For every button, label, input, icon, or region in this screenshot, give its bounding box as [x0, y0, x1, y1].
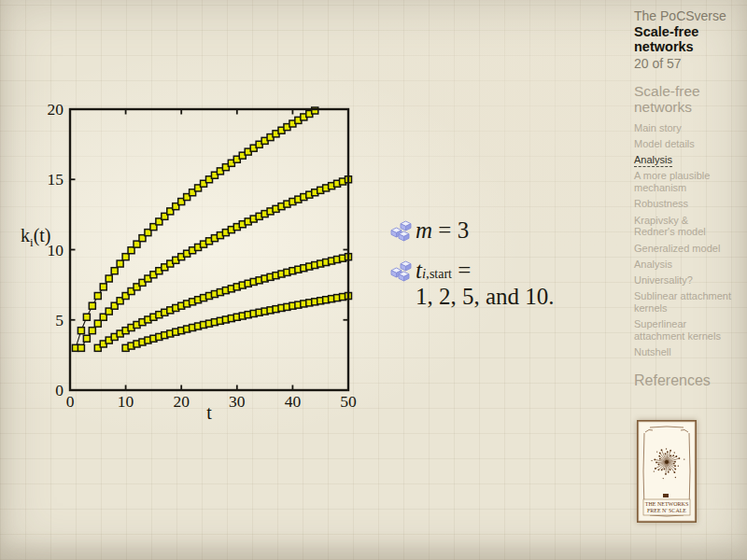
sidebar-item-a-more-plausible-mechanism[interactable]: A more plausible mechanism	[634, 170, 731, 194]
sidebar-item-robustness[interactable]: Robustness	[634, 198, 731, 210]
bullet-text-m: m = 3	[416, 217, 469, 244]
svg-text:30: 30	[229, 392, 246, 411]
sidebar-item-analysis[interactable]: Analysis	[634, 154, 731, 166]
cubes-bullet-icon	[389, 220, 416, 243]
page-indicator: 20 of 57	[634, 56, 741, 71]
svg-text:15: 15	[48, 170, 64, 189]
svg-text:20: 20	[173, 392, 190, 411]
svg-text:0: 0	[66, 392, 75, 411]
sidebar-nav: Main storyModel detailsAnalysisA more pl…	[634, 122, 741, 359]
svg-text:20: 20	[48, 100, 64, 119]
deck-title: Scale-free networks	[634, 24, 718, 54]
sidebar-item-references[interactable]: References	[634, 372, 741, 389]
bullet-item-m: m = 3	[389, 217, 632, 244]
sidebar-item-superlinear-attachment-kernels[interactable]: Superlinear attachment kernels	[634, 318, 731, 343]
x-axis-label: t	[194, 402, 224, 424]
sidebar-item-analysis[interactable]: Analysis	[634, 259, 731, 271]
sidebar-item-nutshell[interactable]: Nutshell	[634, 346, 731, 358]
sidebar-item-sublinear-attachment-kernels[interactable]: Sublinear attachment kernels	[634, 290, 731, 315]
y-axis-label: ki(t)	[21, 225, 51, 250]
poster-thumbnail[interactable]: THE NETWORKS FREE N' SCALE	[637, 420, 697, 523]
sidebar-section-title[interactable]: Scale-free networks	[634, 83, 720, 115]
poster-caption-line1: THE NETWORKS	[645, 501, 689, 507]
poster-figure	[663, 494, 669, 497]
poster-caption-line2: FREE N' SCALE	[647, 508, 686, 513]
sidebar-item-krapivsky-redner-s-model[interactable]: Krapivsky & Redner's model	[634, 215, 731, 239]
slide: 0102030405005101520 ki(t) t m = 3 ti,sta…	[0, 0, 747, 560]
svg-text:50: 50	[340, 392, 357, 411]
sidebar-item-generalized-model[interactable]: Generalized model	[634, 243, 731, 255]
svg-text:10: 10	[118, 392, 134, 411]
svg-text:0: 0	[55, 381, 63, 399]
bullet-list: m = 3 ti,start = 1, 2, 5, and 10.	[389, 217, 632, 324]
svg-text:40: 40	[285, 392, 302, 411]
sidebar-item-model-details[interactable]: Model details	[634, 138, 731, 150]
sidebar-item-universality[interactable]: Universality?	[634, 274, 731, 287]
cubes-bullet-icon	[389, 260, 416, 283]
sidebar: The PoCSverse Scale-free networks 20 of …	[634, 8, 741, 389]
sidebar-item-main-story[interactable]: Main story	[634, 122, 731, 134]
bullet-item-tstart: ti,start = 1, 2, 5, and 10.	[389, 258, 632, 310]
series-title: The PoCSverse	[634, 8, 741, 23]
svg-text:5: 5	[55, 311, 63, 329]
bullet-text-tstart: ti,start = 1, 2, 5, and 10.	[416, 258, 555, 310]
